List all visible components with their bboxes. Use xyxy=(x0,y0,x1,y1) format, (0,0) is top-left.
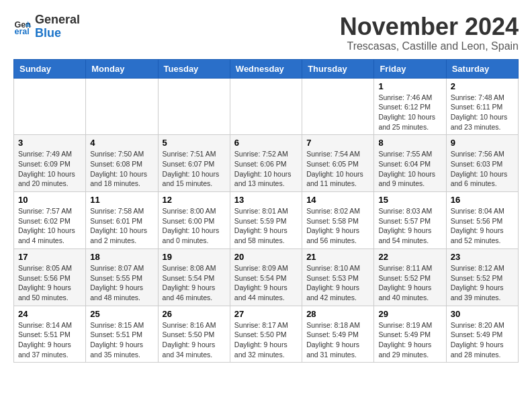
day-info: Sunrise: 7:56 AMSunset: 6:03 PMDaylight:… xyxy=(451,149,514,189)
day-info: Sunrise: 8:01 AMSunset: 5:59 PMDaylight:… xyxy=(234,206,298,246)
logo-text: General Blue xyxy=(35,13,80,40)
day-info: Sunrise: 8:18 AMSunset: 5:49 PMDaylight:… xyxy=(306,320,369,360)
calendar-cell: 2Sunrise: 7:48 AMSunset: 6:11 PMDaylight… xyxy=(446,78,518,135)
calendar-cell: 9Sunrise: 7:56 AMSunset: 6:03 PMDaylight… xyxy=(446,135,518,192)
day-info: Sunrise: 8:11 AMSunset: 5:52 PMDaylight:… xyxy=(378,263,441,303)
day-info: Sunrise: 8:10 AMSunset: 5:53 PMDaylight:… xyxy=(306,263,369,303)
day-number: 16 xyxy=(451,195,514,205)
calendar-cell: 1Sunrise: 7:46 AMSunset: 6:12 PMDaylight… xyxy=(374,78,446,135)
calendar-cell xyxy=(230,78,302,135)
calendar-cell: 8Sunrise: 7:55 AMSunset: 6:04 PMDaylight… xyxy=(374,135,446,192)
calendar-cell: 18Sunrise: 8:07 AMSunset: 5:55 PMDayligh… xyxy=(86,248,158,306)
day-number: 5 xyxy=(163,138,226,148)
day-number: 8 xyxy=(378,138,441,148)
weekday-header: Wednesday xyxy=(230,59,302,78)
day-info: Sunrise: 7:50 AMSunset: 6:08 PMDaylight:… xyxy=(90,149,153,189)
calendar-cell xyxy=(302,78,374,135)
day-info: Sunrise: 8:07 AMSunset: 5:55 PMDaylight:… xyxy=(90,263,153,303)
day-number: 23 xyxy=(451,252,514,262)
calendar-cell: 28Sunrise: 8:18 AMSunset: 5:49 PMDayligh… xyxy=(302,306,374,363)
calendar-cell: 20Sunrise: 8:09 AMSunset: 5:54 PMDayligh… xyxy=(230,248,302,306)
day-number: 25 xyxy=(90,309,153,319)
day-number: 28 xyxy=(306,309,369,319)
calendar-cell: 4Sunrise: 7:50 AMSunset: 6:08 PMDaylight… xyxy=(86,135,158,192)
day-number: 18 xyxy=(90,252,153,262)
day-number: 17 xyxy=(18,252,81,262)
day-info: Sunrise: 8:00 AMSunset: 6:00 PMDaylight:… xyxy=(163,206,226,246)
day-number: 14 xyxy=(306,195,369,205)
day-number: 11 xyxy=(90,195,153,205)
calendar-cell: 27Sunrise: 8:17 AMSunset: 5:50 PMDayligh… xyxy=(230,306,302,363)
day-number: 1 xyxy=(378,81,441,91)
calendar-cell xyxy=(14,78,86,135)
calendar-cell: 22Sunrise: 8:11 AMSunset: 5:52 PMDayligh… xyxy=(374,248,446,306)
day-number: 9 xyxy=(451,138,514,148)
calendar-cell: 24Sunrise: 8:14 AMSunset: 5:51 PMDayligh… xyxy=(14,306,86,363)
day-info: Sunrise: 8:12 AMSunset: 5:52 PMDaylight:… xyxy=(451,263,514,303)
weekday-header: Saturday xyxy=(446,59,518,78)
calendar-cell xyxy=(158,78,230,135)
day-number: 7 xyxy=(306,138,369,148)
calendar-cell: 16Sunrise: 8:04 AMSunset: 5:56 PMDayligh… xyxy=(446,192,518,249)
calendar-cell: 12Sunrise: 8:00 AMSunset: 6:00 PMDayligh… xyxy=(158,192,230,249)
day-info: Sunrise: 7:48 AMSunset: 6:11 PMDaylight:… xyxy=(451,93,514,132)
svg-text:eral: eral xyxy=(14,27,29,36)
logo-icon: Gen eral xyxy=(13,17,32,36)
calendar-cell: 21Sunrise: 8:10 AMSunset: 5:53 PMDayligh… xyxy=(302,248,374,306)
calendar-table: SundayMondayTuesdayWednesdayThursdayFrid… xyxy=(13,59,519,363)
calendar-cell: 17Sunrise: 8:05 AMSunset: 5:56 PMDayligh… xyxy=(14,248,86,306)
calendar-cell: 26Sunrise: 8:16 AMSunset: 5:50 PMDayligh… xyxy=(158,306,230,363)
weekday-header: Sunday xyxy=(14,59,86,78)
logo: Gen eral General Blue xyxy=(13,13,80,40)
location-title: Trescasas, Castille and Leon, Spain xyxy=(340,40,519,52)
day-info: Sunrise: 8:02 AMSunset: 5:58 PMDaylight:… xyxy=(306,206,369,246)
day-info: Sunrise: 8:17 AMSunset: 5:50 PMDaylight:… xyxy=(234,320,298,360)
calendar-cell: 14Sunrise: 8:02 AMSunset: 5:58 PMDayligh… xyxy=(302,192,374,249)
day-number: 29 xyxy=(378,309,441,319)
weekday-header: Friday xyxy=(374,59,446,78)
weekday-header: Tuesday xyxy=(158,59,230,78)
day-info: Sunrise: 8:15 AMSunset: 5:51 PMDaylight:… xyxy=(90,320,153,360)
day-info: Sunrise: 8:19 AMSunset: 5:49 PMDaylight:… xyxy=(378,320,441,360)
day-info: Sunrise: 8:08 AMSunset: 5:54 PMDaylight:… xyxy=(163,263,226,303)
day-info: Sunrise: 8:14 AMSunset: 5:51 PMDaylight:… xyxy=(18,320,81,360)
calendar-cell: 5Sunrise: 7:51 AMSunset: 6:07 PMDaylight… xyxy=(158,135,230,192)
day-info: Sunrise: 7:52 AMSunset: 6:06 PMDaylight:… xyxy=(234,149,298,189)
calendar-cell: 23Sunrise: 8:12 AMSunset: 5:52 PMDayligh… xyxy=(446,248,518,306)
calendar-week-row: 24Sunrise: 8:14 AMSunset: 5:51 PMDayligh… xyxy=(14,306,519,363)
calendar-cell: 6Sunrise: 7:52 AMSunset: 6:06 PMDaylight… xyxy=(230,135,302,192)
calendar-cell: 7Sunrise: 7:54 AMSunset: 6:05 PMDaylight… xyxy=(302,135,374,192)
day-number: 26 xyxy=(163,309,226,319)
calendar-cell: 30Sunrise: 8:20 AMSunset: 5:49 PMDayligh… xyxy=(446,306,518,363)
calendar-week-row: 10Sunrise: 7:57 AMSunset: 6:02 PMDayligh… xyxy=(14,192,519,249)
title-section: November 2024 Trescasas, Castille and Le… xyxy=(340,13,519,52)
calendar-cell: 13Sunrise: 8:01 AMSunset: 5:59 PMDayligh… xyxy=(230,192,302,249)
day-info: Sunrise: 7:57 AMSunset: 6:02 PMDaylight:… xyxy=(18,206,81,246)
day-number: 22 xyxy=(378,252,441,262)
day-number: 21 xyxy=(306,252,369,262)
calendar-week-row: 17Sunrise: 8:05 AMSunset: 5:56 PMDayligh… xyxy=(14,248,519,306)
day-info: Sunrise: 8:04 AMSunset: 5:56 PMDaylight:… xyxy=(451,206,514,246)
calendar-week-row: 1Sunrise: 7:46 AMSunset: 6:12 PMDaylight… xyxy=(14,78,519,135)
day-info: Sunrise: 7:58 AMSunset: 6:01 PMDaylight:… xyxy=(90,206,153,246)
day-number: 2 xyxy=(451,81,514,91)
weekday-header: Thursday xyxy=(302,59,374,78)
day-info: Sunrise: 8:09 AMSunset: 5:54 PMDaylight:… xyxy=(234,263,298,303)
day-info: Sunrise: 7:54 AMSunset: 6:05 PMDaylight:… xyxy=(306,149,369,189)
calendar-cell: 11Sunrise: 7:58 AMSunset: 6:01 PMDayligh… xyxy=(86,192,158,249)
day-number: 24 xyxy=(18,309,81,319)
page-header: Gen eral General Blue November 2024 Tres… xyxy=(13,13,519,52)
calendar-cell: 15Sunrise: 8:03 AMSunset: 5:57 PMDayligh… xyxy=(374,192,446,249)
day-number: 30 xyxy=(451,309,514,319)
day-info: Sunrise: 7:55 AMSunset: 6:04 PMDaylight:… xyxy=(378,149,441,189)
day-info: Sunrise: 8:20 AMSunset: 5:49 PMDaylight:… xyxy=(451,320,514,360)
day-number: 27 xyxy=(234,309,298,319)
calendar-cell: 29Sunrise: 8:19 AMSunset: 5:49 PMDayligh… xyxy=(374,306,446,363)
day-number: 4 xyxy=(90,138,153,148)
day-info: Sunrise: 8:16 AMSunset: 5:50 PMDaylight:… xyxy=(163,320,226,360)
day-number: 19 xyxy=(163,252,226,262)
day-info: Sunrise: 8:05 AMSunset: 5:56 PMDaylight:… xyxy=(18,263,81,303)
calendar-cell: 19Sunrise: 8:08 AMSunset: 5:54 PMDayligh… xyxy=(158,248,230,306)
calendar-cell: 3Sunrise: 7:49 AMSunset: 6:09 PMDaylight… xyxy=(14,135,86,192)
calendar-cell xyxy=(86,78,158,135)
